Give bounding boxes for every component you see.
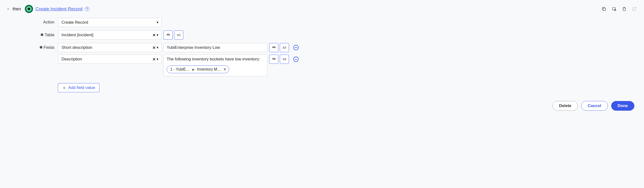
table-select-value: Incident [incident]	[62, 33, 93, 38]
chevron-down-icon: ▼	[156, 58, 159, 61]
chevron-down-icon: ▼	[156, 21, 159, 24]
field-select-value: Description	[62, 57, 82, 62]
field-line-short-description: Short description ✕ ▼ YubiEnterprise Inv…	[58, 43, 311, 52]
script-button[interactable]	[174, 31, 183, 40]
done-button[interactable]: Done	[611, 101, 634, 111]
label-action: Action	[31, 18, 58, 25]
help-icon[interactable]: ?	[85, 7, 89, 11]
external-link-icon[interactable]	[632, 7, 637, 11]
action-select[interactable]: Create Record ▼	[58, 18, 162, 27]
data-pill-picker-button[interactable]	[269, 43, 278, 52]
bullet-dot-icon	[7, 8, 9, 10]
footer-buttons: Delete Cancel Done	[7, 101, 637, 111]
remove-field-button[interactable]	[293, 57, 298, 62]
script-button[interactable]	[280, 55, 289, 64]
cancel-button[interactable]: Cancel	[581, 101, 608, 111]
clear-icon[interactable]: ✕	[152, 45, 156, 50]
form-area: Action Create Record ▼ ✱ Table Incident …	[7, 18, 311, 92]
chevron-down-icon: ▼	[156, 46, 159, 49]
heart-settings-icon[interactable]	[612, 7, 616, 11]
trash-icon[interactable]	[622, 7, 627, 11]
then-label: then	[12, 7, 21, 12]
field-select-description[interactable]: Description ✕ ▼	[58, 55, 162, 64]
pill-left: 1 - YubiE…	[170, 67, 190, 72]
action-header: then Create Incident Record ?	[7, 5, 637, 13]
label-table: ✱ Table	[31, 31, 58, 38]
app-badge-icon	[25, 5, 33, 13]
row-fields: ✱ Fields Short description ✕ ▼ YubiEnter…	[31, 43, 311, 92]
label-fields-text: Fields	[44, 45, 54, 50]
field-line-description: Description ✕ ▼ The following inventory …	[58, 55, 311, 76]
action-title-link[interactable]: Create Incident Record	[36, 6, 82, 12]
svg-rect-0	[603, 8, 606, 11]
table-select[interactable]: Incident [incident] ✕ ▼	[58, 31, 162, 40]
header-right-actions	[602, 7, 637, 11]
header-left: then Create Incident Record ?	[7, 5, 89, 13]
required-star-icon: ✱	[40, 32, 44, 38]
data-pill-picker-button[interactable]	[269, 55, 278, 64]
clear-icon[interactable]: ✕	[152, 57, 156, 62]
pill-remove-icon[interactable]: ✕	[223, 67, 226, 72]
value-input-description[interactable]: The following inventory buckets have low…	[164, 55, 267, 76]
copy-icon[interactable]	[602, 7, 606, 11]
add-field-label: Add field value	[68, 85, 95, 90]
data-pill[interactable]: 1 - YubiE… ▶ Inventory M… ✕	[167, 66, 229, 73]
label-table-text: Table	[44, 33, 54, 38]
value-text: The following inventory buckets have low…	[167, 57, 260, 61]
delete-button[interactable]: Delete	[552, 101, 578, 111]
label-fields: ✱ Fields	[31, 43, 58, 50]
chevron-down-icon: ▼	[156, 33, 159, 37]
value-text: YubiEnterprise Inventory Low	[167, 45, 220, 50]
field-select-short-description[interactable]: Short description ✕ ▼	[58, 43, 162, 52]
plus-icon: ＋	[62, 85, 66, 91]
action-select-value: Create Record	[62, 20, 88, 25]
label-action-text: Action	[43, 20, 54, 25]
chevron-right-icon: ▶	[192, 68, 195, 71]
data-pill-picker-button[interactable]	[164, 31, 173, 40]
script-button[interactable]	[280, 43, 289, 52]
value-input-short-description[interactable]: YubiEnterprise Inventory Low	[164, 43, 267, 52]
row-action: Action Create Record ▼	[31, 18, 311, 27]
pill-right: Inventory M…	[197, 67, 221, 72]
remove-field-button[interactable]	[293, 45, 298, 50]
add-field-value-button[interactable]: ＋ Add field value	[58, 83, 99, 92]
field-select-value: Short description	[62, 45, 92, 50]
required-star-icon: ✱	[39, 45, 43, 50]
clear-icon[interactable]: ✕	[152, 33, 156, 38]
row-table: ✱ Table Incident [incident] ✕ ▼	[31, 31, 311, 40]
